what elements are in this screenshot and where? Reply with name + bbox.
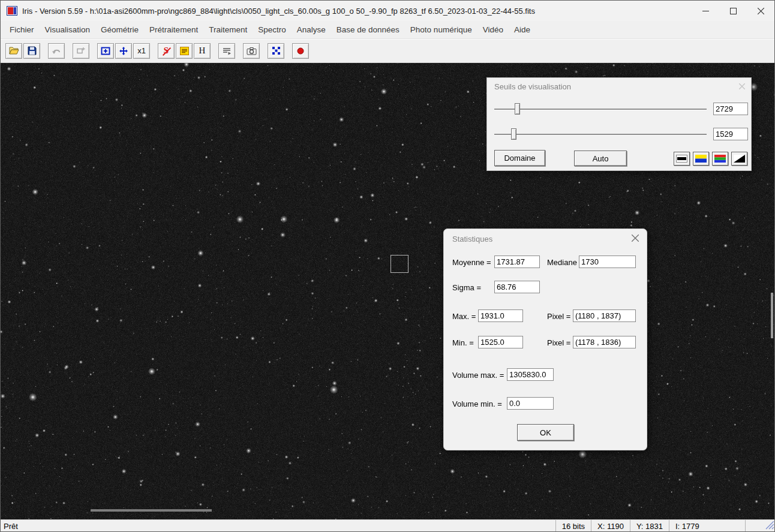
pan-button[interactable] [115,43,132,59]
thresholds-dialog-close-button[interactable] [738,82,746,91]
ok-button[interactable]: OK [517,424,574,441]
zoom-1to1-label: x1 [137,46,146,55]
open-file-button[interactable] [5,43,22,59]
high-threshold-input[interactable] [713,103,748,115]
histogram-h-icon: H [199,46,206,56]
menu-visualisation[interactable]: Visualisation [40,23,96,37]
min-input[interactable] [478,336,523,348]
iris-main-window: Iris - Version 5.59 - h:\01a-asi2600mm-p… [0,0,775,532]
histogram-button[interactable]: H [194,43,211,59]
camera-button[interactable] [243,43,260,59]
min-pixel-label: Pixel = [547,338,570,347]
menu-aide[interactable]: Aide [509,23,536,37]
mono-palette-button[interactable] [674,152,690,166]
open-folder-icon [9,46,19,55]
fit-window-button[interactable] [97,43,114,59]
auto-button[interactable]: Auto [574,151,627,166]
blue-dots-icon [272,46,281,55]
threshold-palette-icon [180,47,189,55]
window-adjust-icon [76,47,86,55]
min-pixel-input[interactable] [573,336,636,348]
volume-min-label: Volume min. = [452,399,502,408]
floppy-disk-icon [28,46,37,55]
horizontal-scrollbar-thumb[interactable] [91,509,212,512]
false-color-palette-button[interactable] [712,152,728,166]
mono-palette-icon [676,155,687,163]
mediane-label: Mediane = [547,258,584,267]
high-threshold-slider-thumb[interactable] [515,103,520,115]
minimize-icon [702,8,709,14]
undo-button[interactable] [48,43,65,59]
red-dot-icon [296,47,305,55]
zoom-1to1-button[interactable]: x1 [133,43,150,59]
domaine-button[interactable]: Domaine [494,150,545,166]
min-label: Min. = [452,338,474,347]
thresholds-dialog-button[interactable] [176,43,193,59]
saturation-button[interactable]: S [158,43,175,59]
pan-arrows-icon [119,46,128,56]
max-input[interactable] [478,309,523,322]
low-threshold-input[interactable] [713,128,748,140]
ramp-palette-button[interactable] [731,152,747,166]
record-button[interactable] [292,43,309,59]
ramp-triangle-icon [734,155,745,163]
titlebar[interactable]: Iris - Version 5.59 - h:\01a-asi2600mm-p… [1,1,774,21]
max-label: Max. = [452,312,476,321]
low-threshold-slider-thumb[interactable] [511,128,516,140]
minimize-button[interactable] [692,1,719,21]
statistics-dialog-title: Statistiques [452,235,492,244]
undo-arrow-icon [52,47,61,55]
close-icon [739,83,745,89]
vertical-scrollbar-thumb[interactable] [771,293,773,338]
mediane-input[interactable] [579,256,636,268]
status-cursor-x: X: 1190 [591,520,630,532]
menu-base-de-donnees[interactable]: Base de données [331,23,405,37]
dither-pattern-button[interactable] [268,43,284,59]
console-list-icon [222,47,232,55]
close-button[interactable] [747,1,774,21]
menu-traitement[interactable]: Traitement [203,23,253,37]
sigma-label: Sigma = [452,283,481,292]
statistics-dialog-close-button[interactable] [631,234,639,242]
statusbar: Prêt 16 bits X: 1190 Y: 1831 I: 1779 [1,519,775,532]
thresholds-dialog-title: Seuils de visualisation [494,82,571,91]
maximize-icon [730,8,737,14]
rgb-palette-icon [714,155,726,163]
menu-video[interactable]: Vidéo [477,23,509,37]
resize-grip-icon [765,521,774,530]
moyenne-input[interactable] [494,256,540,268]
status-cells: 16 bits X: 1190 Y: 1831 I: 1779 [555,520,746,532]
menu-photo-numerique[interactable]: Photo numérique [405,23,477,37]
volume-max-input[interactable] [507,368,554,381]
menu-geometrie[interactable]: Géométrie [95,23,144,37]
two-color-palette-button[interactable] [693,152,709,166]
thresholds-dialog: Seuils de visualisation Domaine Auto [486,77,752,171]
menu-fichier[interactable]: Fichier [4,23,40,37]
volume-min-input[interactable] [507,397,554,410]
menu-pretraitement[interactable]: Prétraitement [144,23,203,37]
maximize-button[interactable] [719,1,747,21]
max-pixel-input[interactable] [573,309,636,322]
app-icon [7,6,17,16]
sigma-input[interactable] [494,281,540,293]
low-threshold-slider-track[interactable] [494,134,707,135]
selection-rectangle[interactable] [390,255,408,273]
status-bit-depth: 16 bits [555,520,591,532]
statistics-dialog: Statistiques Moyenne = Mediane = Sigma =… [443,229,647,450]
status-cursor-y: Y: 1831 [630,520,669,532]
window-title: Iris - Version 5.59 - h:\01a-asi2600mm-p… [22,7,692,16]
command-console-button[interactable] [218,43,235,59]
fit-window-icon [101,47,110,55]
window-adjust-button[interactable] [73,43,89,59]
menubar: Fichier Visualisation Géométrie Prétrait… [1,21,774,39]
menu-analyse[interactable]: Analyse [292,23,331,37]
high-threshold-slider-track[interactable] [494,109,707,110]
resize-grip[interactable] [765,521,774,531]
volume-max-label: Volume max. = [452,371,504,380]
status-ready-text: Prêt [1,522,18,531]
menu-spectro[interactable]: Spectro [253,23,292,37]
camera-icon [247,47,257,55]
moyenne-label: Moyenne = [452,258,491,267]
yellow-blue-palette-icon [695,155,707,163]
save-button[interactable] [23,43,40,59]
